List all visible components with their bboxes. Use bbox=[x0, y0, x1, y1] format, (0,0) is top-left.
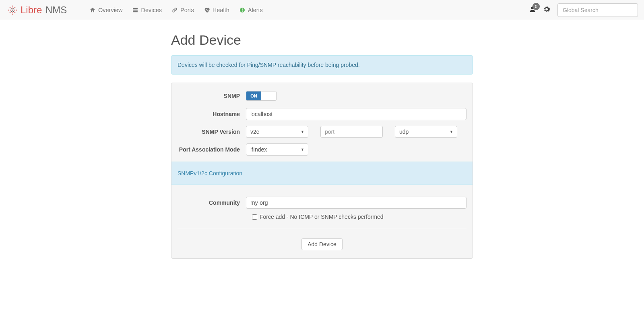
gear-icon bbox=[543, 6, 550, 13]
add-device-button[interactable]: Add Device bbox=[301, 238, 343, 250]
svg-rect-23 bbox=[242, 8, 242, 10]
server-icon bbox=[132, 7, 138, 13]
svg-point-8 bbox=[12, 7, 13, 8]
transport-select[interactable]: udp bbox=[395, 126, 457, 138]
svg-text:NMS: NMS bbox=[45, 4, 67, 15]
brand-logo[interactable]: Libre NMS bbox=[6, 4, 85, 17]
heartbeat-icon bbox=[204, 7, 210, 13]
info-alert: Devices will be checked for Ping/SNMP re… bbox=[171, 55, 473, 75]
hostname-label: Hostname bbox=[178, 111, 246, 117]
snmp-version-select[interactable]: v2c bbox=[246, 126, 308, 138]
notifications-button[interactable]: 0 bbox=[529, 6, 536, 14]
nav-label: Ports bbox=[180, 7, 194, 13]
svg-point-15 bbox=[13, 10, 14, 12]
svg-text:Libre: Libre bbox=[21, 4, 42, 15]
svg-point-13 bbox=[13, 8, 14, 9]
notif-badge: 0 bbox=[533, 3, 540, 10]
svg-point-1 bbox=[12, 13, 13, 15]
community-label: Community bbox=[178, 199, 246, 206]
add-device-form: SNMP ON Hostname SNMP Version v2c bbox=[171, 83, 473, 259]
snmp-port-input[interactable] bbox=[320, 126, 383, 138]
svg-point-6 bbox=[10, 12, 11, 13]
settings-button[interactable] bbox=[541, 3, 553, 17]
global-search-input[interactable] bbox=[557, 3, 638, 17]
navbar: Libre NMS Overview Devices Ports Health … bbox=[0, 0, 644, 20]
alert-icon bbox=[239, 7, 246, 13]
svg-point-0 bbox=[12, 5, 13, 6]
hostname-input[interactable] bbox=[246, 108, 466, 120]
nav-label: Overview bbox=[98, 7, 122, 13]
svg-point-10 bbox=[10, 9, 11, 10]
svg-rect-20 bbox=[133, 9, 138, 10]
nav-label: Devices bbox=[141, 7, 162, 13]
link-icon bbox=[171, 7, 178, 13]
divider bbox=[178, 229, 466, 229]
svg-point-3 bbox=[16, 9, 17, 10]
snmp-version-label: SNMP Version bbox=[178, 129, 246, 135]
force-add-label: Force add - No ICMP or SNMP checks perfo… bbox=[260, 214, 384, 220]
svg-point-5 bbox=[14, 7, 16, 8]
svg-rect-21 bbox=[133, 11, 138, 12]
svg-point-7 bbox=[14, 12, 16, 13]
svg-point-14 bbox=[11, 10, 12, 12]
snmp-label: SNMP bbox=[178, 93, 246, 99]
main-container: Add Device Devices will be checked for P… bbox=[171, 32, 473, 259]
nav-label: Alerts bbox=[248, 7, 263, 13]
nav-ports[interactable]: Ports bbox=[167, 1, 199, 19]
home-icon bbox=[89, 7, 96, 13]
nav-alerts[interactable]: Alerts bbox=[234, 1, 268, 19]
pam-select[interactable]: ifIndex bbox=[246, 143, 308, 156]
svg-point-12 bbox=[11, 8, 12, 9]
section-heading: SNMPv1/2c Configuration bbox=[171, 162, 473, 185]
toggle-on-label: ON bbox=[246, 91, 261, 100]
snmp-toggle[interactable]: ON bbox=[246, 91, 277, 101]
svg-point-2 bbox=[8, 9, 9, 10]
svg-point-9 bbox=[12, 11, 13, 12]
nav-overview[interactable]: Overview bbox=[85, 1, 127, 19]
community-input[interactable] bbox=[246, 197, 466, 209]
page-title: Add Device bbox=[171, 32, 473, 48]
svg-point-16 bbox=[12, 9, 13, 10]
force-add-checkbox[interactable] bbox=[252, 214, 257, 220]
nav-label: Health bbox=[213, 7, 229, 13]
svg-point-4 bbox=[10, 7, 11, 8]
pam-label: Port Association Mode bbox=[178, 146, 246, 153]
svg-rect-19 bbox=[133, 8, 138, 9]
svg-rect-24 bbox=[242, 11, 242, 11]
nav-health[interactable]: Health bbox=[199, 1, 234, 19]
nav-devices[interactable]: Devices bbox=[127, 1, 167, 19]
svg-point-11 bbox=[14, 9, 15, 10]
